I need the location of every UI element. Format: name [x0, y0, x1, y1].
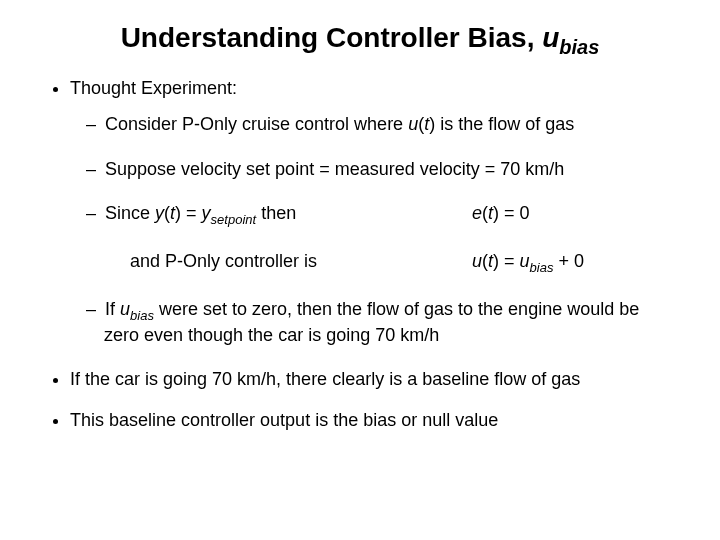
sub3-setpoint: setpoint [211, 212, 257, 227]
bullet3-text: This baseline controller output is the b… [70, 410, 498, 430]
sub-item-4: – If ubias were set to zero, then the fl… [104, 298, 672, 346]
sub4-u: u [120, 299, 130, 319]
bullet-thought-experiment: Thought Experiment: – Consider P-Only cr… [70, 77, 672, 347]
sub4-bias: bias [130, 307, 154, 322]
dash-icon: – [86, 158, 100, 181]
bullet-list: Thought Experiment: – Consider P-Only cr… [48, 77, 672, 432]
sub3-e: e [472, 203, 482, 223]
sub3-right: e(t) = 0 [472, 202, 672, 228]
title-sub-bias: bias [559, 36, 599, 58]
sub4-b: were set to zero, then the flow of gas t… [104, 299, 639, 345]
sub3b-text: and P-Only controller is [130, 251, 317, 271]
title-var-u: u [542, 22, 559, 53]
bullet-bias-null: This baseline controller output is the b… [70, 409, 672, 432]
sub1-a: Consider P-Only cruise control where [105, 114, 408, 134]
sub1-b: is the flow of gas [435, 114, 574, 134]
sub3-a: Since [105, 203, 155, 223]
sub2-text: Suppose velocity set point = measured ve… [105, 159, 564, 179]
title-text: Understanding Controller Bias, [121, 22, 543, 53]
sub3b-bias: bias [530, 260, 554, 275]
bullet-baseline-flow: If the car is going 70 km/h, there clear… [70, 368, 672, 391]
sub-list: – Consider P-Only cruise control where u… [70, 113, 672, 346]
sub3-eq: = [181, 203, 202, 223]
sub4-a: If [105, 299, 120, 319]
sub3b-left: and P-Only controller is [104, 250, 317, 276]
sub1-u: u [408, 114, 418, 134]
slide: Understanding Controller Bias, ubias Tho… [0, 0, 720, 540]
sub3-y: y [155, 203, 164, 223]
bullet1-text: Thought Experiment: [70, 78, 237, 98]
dash-icon: – [86, 202, 100, 225]
sub3-left: – Since y(t) = ysetpoint then [104, 202, 296, 228]
sub3b-u: u [472, 251, 482, 271]
sub-item-3: – Since y(t) = ysetpoint then e(t) = 0 a… [104, 202, 672, 276]
sub3b-eq: = [499, 251, 520, 271]
sub3-then: then [256, 203, 296, 223]
sub3b-plus0: + 0 [553, 251, 584, 271]
sub3b-right: u(t) = ubias + 0 [472, 250, 672, 276]
bullet2-text: If the car is going 70 km/h, there clear… [70, 369, 580, 389]
sub3b-u2: u [520, 251, 530, 271]
dash-icon: – [86, 113, 100, 136]
sub-item-2: – Suppose velocity set point = measured … [104, 158, 672, 181]
slide-title: Understanding Controller Bias, ubias [48, 22, 672, 59]
sub3-eq0: = 0 [499, 203, 530, 223]
sub-item-1: – Consider P-Only cruise control where u… [104, 113, 672, 136]
dash-icon: – [86, 298, 100, 321]
sub3-y2: y [202, 203, 211, 223]
